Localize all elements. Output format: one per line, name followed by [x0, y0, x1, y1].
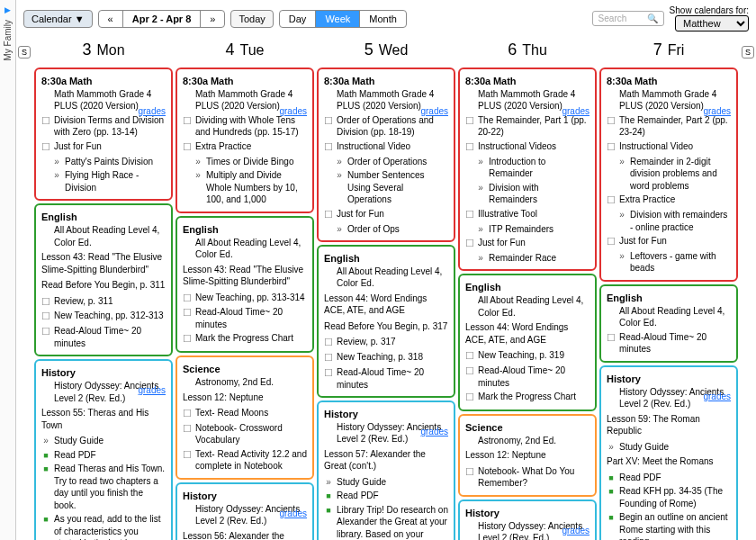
task-item[interactable]: New Teaching, p. 318	[324, 351, 448, 364]
event-card[interactable]: 8:30a MathMath Mammoth Grade 4 PLUS (202…	[34, 68, 173, 201]
task-item[interactable]: ITP Remainders	[476, 223, 590, 236]
task-item[interactable]: Mark the Progress Chart	[465, 391, 590, 404]
event-card[interactable]: 8:30a MathMath Mammoth Grade 4 PLUS (202…	[317, 68, 455, 242]
task-item[interactable]: Multiply and Divide Whole Numbers by 10,…	[194, 169, 307, 206]
event-card[interactable]: EnglishAll About Reading Level 4, Color …	[34, 203, 173, 356]
task-item[interactable]: Division with remainders - online practi…	[617, 209, 731, 233]
task-item[interactable]: Just for Fun	[41, 140, 166, 154]
task-item[interactable]: Begin an outline on ancient Rome startin…	[607, 511, 731, 540]
task-item[interactable]: Order of Operations and Division (pp. 18…	[324, 114, 448, 139]
task-item[interactable]: Patty's Paints Division	[52, 156, 166, 168]
grades-link[interactable]: grades	[420, 426, 448, 438]
event-card[interactable]: 8:30a MathMath Mammoth Grade 4 PLUS (202…	[458, 68, 597, 271]
view-day[interactable]: Day	[280, 11, 317, 27]
view-month[interactable]: Month	[360, 11, 406, 27]
task-item[interactable]: Study Guide	[607, 441, 731, 454]
task-item[interactable]: Review, p. 311	[41, 295, 166, 309]
event-subject: History	[41, 367, 76, 378]
task-item[interactable]: Read-Aloud Time~ 20 minutes	[465, 364, 590, 389]
task-item[interactable]: Extra Practice	[183, 140, 307, 154]
task-item[interactable]: Notebook- Crossword Vocabulary	[183, 422, 307, 446]
prev-week-button[interactable]: «	[99, 11, 123, 27]
task-item[interactable]: Study Guide	[41, 435, 166, 447]
event-card[interactable]: HistoryHistory Odyssey: Ancients Level 2…	[458, 500, 597, 540]
grades-link[interactable]: grades	[279, 508, 307, 520]
event-card[interactable]: HistoryHistory Odyssey: Ancients Level 2…	[317, 400, 455, 540]
task-item[interactable]: Notebook- What Do You Remember?	[465, 465, 590, 490]
task-item[interactable]: Read-Aloud Time~ 20 minutes	[41, 325, 166, 349]
grades-link[interactable]: grades	[562, 525, 590, 537]
task-item[interactable]: Read-Aloud Time~ 20 minutes	[607, 331, 731, 356]
task-item[interactable]: Read Theras and His Town. Try to read tw…	[41, 463, 166, 511]
weekend-toggle-right[interactable]: S	[742, 46, 754, 58]
task-item[interactable]: Introduction to Remainder	[476, 156, 590, 180]
event-card[interactable]: HistoryHistory Odyssey: Ancients Level 2…	[34, 359, 173, 540]
task-item[interactable]: Text- Read Moons	[183, 407, 307, 420]
calendar-menu-button[interactable]: Calendar ▼	[23, 10, 93, 28]
event-card[interactable]: EnglishAll About Reading Level 4, Color …	[599, 284, 738, 363]
grades-link[interactable]: grades	[562, 105, 590, 118]
grades-link[interactable]: grades	[138, 384, 166, 397]
task-item[interactable]: Just for Fun	[324, 208, 448, 221]
event-card[interactable]: ScienceAstronomy, 2nd Ed.Lesson 12: Nept…	[176, 356, 314, 480]
task-item[interactable]: Just for Fun	[465, 237, 590, 250]
task-item[interactable]: Study Guide	[324, 476, 448, 489]
task-item[interactable]: Read KFH pp. 34-35 (The Founding of Rome…	[607, 485, 731, 509]
task-item[interactable]: Order of Operations	[335, 156, 448, 168]
task-item[interactable]: Remainder Race	[476, 252, 590, 265]
event-card[interactable]: EnglishAll About Reading Level 4, Color …	[317, 245, 455, 398]
task-item[interactable]: Illustrative Tool	[465, 208, 590, 221]
task-item[interactable]: Read PDF	[41, 449, 166, 462]
grades-link[interactable]: grades	[420, 105, 448, 118]
weekend-toggle-left[interactable]: S	[18, 46, 31, 58]
show-calendars-select[interactable]: Matthew	[675, 15, 749, 32]
next-week-button[interactable]: »	[201, 11, 224, 27]
task-item[interactable]: New Teaching, pp. 312-313	[41, 310, 166, 323]
event-card[interactable]: EnglishAll About Reading Level 4, Color …	[176, 216, 314, 354]
task-item[interactable]: Leftovers - game with beads	[617, 250, 731, 274]
side-panel-tab[interactable]: ▶ My Family	[0, 0, 16, 540]
event-card[interactable]: HistoryHistory Odyssey: Ancients Level 2…	[176, 482, 314, 540]
task-item[interactable]: Instructional Videos	[465, 140, 590, 154]
task-item[interactable]: Instructional Video	[324, 140, 448, 154]
task-item[interactable]: Instructional Video	[607, 140, 731, 154]
task-item[interactable]: As you read, add to the list of characte…	[41, 513, 166, 540]
task-item[interactable]: The Remainder, Part 2 (pp. 23-24)	[607, 114, 731, 139]
task-item[interactable]: Library Trip! Do research on Alexander t…	[324, 504, 448, 540]
task-item[interactable]: The Remainder, Part 1 (pp. 20-22)	[465, 114, 590, 139]
task-item[interactable]: New Teaching, pp. 313-314	[183, 292, 307, 305]
search-input[interactable]: Search 🔍	[592, 11, 664, 26]
task-item[interactable]: Remainder in 2-digit division problems a…	[617, 156, 731, 193]
view-week[interactable]: Week	[316, 11, 360, 27]
task-item[interactable]: Order of Ops	[335, 223, 448, 236]
event-card[interactable]: ScienceAstronomy, 2nd Ed.Lesson 12: Nept…	[458, 414, 597, 497]
task-item[interactable]: Mark the Progress Chart	[183, 332, 307, 346]
grades-link[interactable]: grades	[703, 105, 731, 118]
today-button[interactable]: Today	[230, 10, 273, 28]
event-card[interactable]: EnglishAll About Reading Level 4, Color …	[458, 274, 597, 411]
expand-icon: ▶	[4, 5, 11, 14]
task-item[interactable]: Times or Divide Bingo	[194, 156, 307, 168]
task-item[interactable]: Dividing with Whole Tens and Hundreds (p…	[183, 114, 307, 139]
task-item[interactable]: Number Sentences Using Several Operation…	[335, 169, 448, 206]
event-card[interactable]: 8:30a MathMath Mammoth Grade 4 PLUS (202…	[599, 68, 738, 282]
checkbox-icon	[465, 364, 474, 389]
task-item[interactable]: Division with Remainders	[476, 182, 590, 206]
task-item[interactable]: Just for Fun	[607, 235, 731, 248]
event-card[interactable]: HistoryHistory Odyssey: Ancients Level 2…	[599, 365, 738, 540]
grades-link[interactable]: grades	[703, 391, 731, 403]
task-item[interactable]: Extra Practice	[607, 194, 731, 207]
task-text: Just for Fun	[619, 235, 731, 248]
task-item[interactable]: Review, p. 317	[324, 336, 448, 349]
task-item[interactable]: New Teaching, p. 319	[465, 349, 590, 363]
task-item[interactable]: Flying High Race - Division	[52, 169, 166, 194]
grades-link[interactable]: grades	[279, 105, 307, 118]
task-item[interactable]: Text- Read Activity 12.2 and complete in…	[183, 448, 307, 472]
task-item[interactable]: Read-Aloud Time~ 20 minutes	[324, 366, 448, 391]
grades-link[interactable]: grades	[138, 105, 166, 118]
task-item[interactable]: Division Terms and Division with Zero (p…	[41, 114, 166, 139]
task-item[interactable]: Read PDF	[607, 472, 731, 484]
task-item[interactable]: Read PDF	[324, 490, 448, 502]
task-item[interactable]: Read-Aloud Time~ 20 minutes	[183, 306, 307, 330]
event-card[interactable]: 8:30a MathMath Mammoth Grade 4 PLUS (202…	[176, 68, 314, 213]
